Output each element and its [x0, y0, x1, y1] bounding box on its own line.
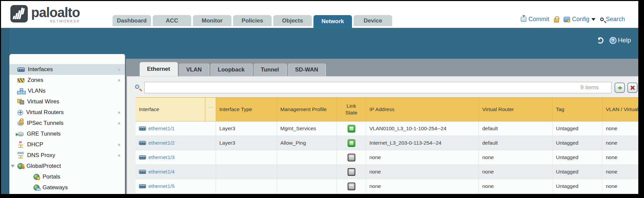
cell-vlan: none [602, 179, 638, 193]
sidebar-item-portals[interactable]: Portals [9, 171, 125, 182]
col-vlan-virtual-wire[interactable]: VLAN / Virtual Wire [602, 98, 638, 121]
tab-vlan[interactable]: VLAN [179, 63, 209, 76]
link-state-up-icon[interactable] [348, 125, 355, 133]
sidebar-item-virtual-routers[interactable]: Virtual Routers [9, 107, 125, 118]
interface-link[interactable]: ethernet1/2 [148, 140, 174, 146]
cell-tag: Untagged [553, 179, 602, 193]
red-x-icon [630, 85, 635, 90]
tab-device[interactable]: Device [354, 15, 392, 26]
tab-acc[interactable]: ACC [153, 15, 191, 26]
ethernet-icon [139, 184, 146, 188]
link-state-up-icon[interactable] [348, 139, 355, 147]
cell-virtual-router: none [479, 179, 553, 193]
chevron-down-icon [591, 18, 595, 23]
cell-tag: Untagged [553, 136, 602, 150]
link-state-down-icon[interactable] [348, 154, 355, 161]
cell-vlan: none [602, 136, 638, 150]
col-tag[interactable]: Tag [553, 98, 602, 121]
top-header: paloalto NETWORKS® Dashboard ACC Monitor… [1, 1, 638, 28]
col-management-profile[interactable]: Management Profile [277, 98, 337, 121]
sidebar-item-zones[interactable]: Zones [9, 75, 125, 86]
sidebar-item-interfaces[interactable]: Interfaces [9, 64, 125, 75]
ethernet-icon [139, 155, 146, 159]
tab-objects[interactable]: Objects [273, 15, 312, 26]
cell-virtual-router: default [479, 121, 553, 136]
item-dot [118, 144, 120, 146]
sidebar-item-dhcp[interactable]: DHCP [9, 139, 125, 150]
main-content: Ethernet VLAN Loopback Tunnel SD-WAN 9 i… [127, 59, 638, 194]
commit-button[interactable]: Commit [521, 16, 549, 23]
search-button[interactable]: Search [600, 16, 625, 23]
tab-network[interactable]: Network [313, 15, 352, 28]
table-header: Interface Interface Type Management Prof… [136, 97, 638, 121]
green-arrow-icon [618, 87, 622, 89]
app-window: paloalto NETWORKS® Dashboard ACC Monitor… [1, 1, 638, 194]
sidebar-item-dns-proxy[interactable]: DNS Proxy [9, 150, 125, 161]
col-interface[interactable]: Interface [136, 98, 205, 121]
sidebar-item-globalprotect[interactable]: GlobalProtect [9, 161, 125, 171]
ethernet-panel: 9 items Interface Interface Type Managem… [127, 76, 638, 194]
commit-label: Commit [528, 16, 549, 23]
sidebar-item-vlans[interactable]: VLANs [9, 86, 125, 96]
interface-link[interactable]: ethernet1/3 [148, 154, 174, 160]
apply-filter-button[interactable] [615, 83, 625, 93]
cell-virtual-router: default [479, 136, 553, 150]
ethernet-icon [139, 141, 146, 145]
cell-ip-address: none [366, 165, 479, 179]
sidebar-item-ipsec-tunnels[interactable]: IPSec Tunnels [9, 118, 125, 129]
gateways-icon [33, 185, 40, 191]
item-dot [118, 111, 120, 114]
sidebar-item-gre-tunnels[interactable]: GRE Tunnels [9, 129, 125, 139]
tab-sdwan[interactable]: SD-WAN [288, 63, 326, 76]
cell-ip-address: Internet_L3_203-0-113-254--24 [366, 136, 479, 150]
cell-mgmt-profile [277, 150, 337, 164]
cell-mgmt-profile [277, 179, 337, 193]
cell-mgmt-profile: Allow_Ping [277, 136, 337, 150]
cell-virtual-router: none [479, 150, 553, 164]
top-nav: Dashboard ACC Monitor Policies Objects N… [113, 15, 392, 28]
item-dot [118, 154, 120, 157]
link-state-down-icon[interactable] [348, 168, 355, 176]
table-row: ethernet1/4 none none Untagged none [136, 165, 638, 179]
cell-virtual-router: none [479, 165, 553, 179]
col-ip-address[interactable]: IP Address [366, 98, 479, 121]
col-interface-type[interactable]: Interface Type [216, 98, 277, 121]
link-state-down-icon[interactable] [348, 183, 355, 190]
interface-link[interactable]: ethernet1/4 [148, 169, 174, 175]
commit-icon [521, 17, 526, 22]
sidebar-item-virtual-wires[interactable]: Virtual Wires [9, 96, 125, 107]
tab-monitor[interactable]: Monitor [193, 15, 231, 26]
utility-bar: Commit Config Search [521, 16, 625, 23]
sort-triangle-icon [208, 108, 213, 113]
sidebar-item-gateways[interactable]: Gateways [9, 182, 125, 193]
tab-ethernet[interactable]: Ethernet [140, 62, 178, 76]
help-icon: ? [610, 37, 617, 44]
left-strip [1, 28, 9, 194]
cell-ip-address: none [366, 179, 479, 193]
cell-tag: Untagged [553, 121, 602, 136]
tab-loopback[interactable]: Loopback [210, 63, 252, 76]
filter-input[interactable] [144, 82, 612, 93]
refresh-icon[interactable] [597, 37, 603, 44]
config-label: Config [572, 16, 589, 23]
globalprotect-icon [17, 163, 23, 169]
sidebar: Interfaces Zones VLANs Virtual Wires Vir… [9, 54, 126, 194]
interface-link[interactable]: ethernet1/1 [148, 126, 174, 132]
help-button[interactable]: ? Help [610, 37, 631, 44]
clear-filter-button[interactable] [627, 83, 638, 93]
tab-tunnel[interactable]: Tunnel [254, 63, 287, 76]
lock-icon[interactable] [554, 18, 559, 22]
tab-policies[interactable]: Policies [233, 15, 272, 26]
interfaces-icon [17, 67, 25, 72]
config-menu-button[interactable]: Config [564, 16, 595, 23]
collapse-triangle-icon[interactable] [11, 165, 15, 169]
ethernet-icon [139, 170, 146, 174]
brand-name: paloalto [31, 5, 80, 20]
interface-link[interactable]: ethernet1/5 [148, 183, 174, 189]
col-virtual-router[interactable]: Virtual Router [479, 98, 553, 121]
item-dot [118, 79, 120, 82]
tab-dashboard[interactable]: Dashboard [113, 15, 151, 26]
column-sort-dropdown[interactable] [205, 98, 216, 121]
col-link-state[interactable]: Link State [337, 98, 366, 121]
cell-interface-type [216, 150, 277, 164]
